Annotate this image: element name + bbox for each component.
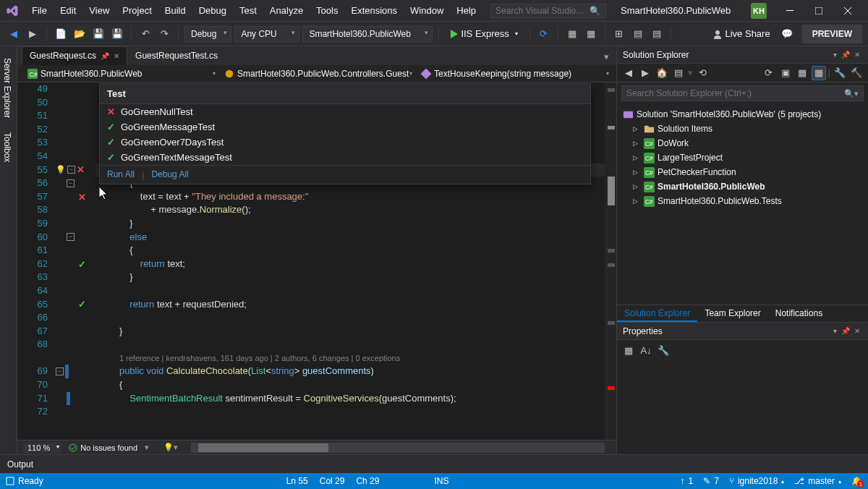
status-publish[interactable]: ↑ 1	[681, 476, 694, 486]
undo-icon[interactable]: ↶	[137, 26, 153, 42]
wrench-icon[interactable]: 🔧	[656, 343, 671, 357]
tab-overflow-icon[interactable]: ▾	[597, 48, 616, 65]
expand-icon[interactable]: ▷	[633, 154, 641, 161]
lightbulb-icon[interactable]: 💡▾	[163, 443, 178, 452]
status-changes[interactable]: ✎ 7	[703, 476, 719, 486]
forward-icon[interactable]: ▶	[638, 66, 652, 80]
fold-collapse-icon[interactable]: −	[56, 367, 64, 375]
scrollbar-thumb[interactable]	[198, 443, 328, 452]
wrench-icon[interactable]: 🔨	[849, 66, 864, 80]
home-icon[interactable]: 🏠	[655, 66, 669, 80]
platform-dropdown[interactable]: Any CPU	[234, 26, 299, 42]
properties-icon[interactable]: 🔧	[833, 66, 847, 80]
quick-search[interactable]: 🔍	[490, 4, 606, 18]
menu-debug[interactable]: Debug	[193, 2, 232, 19]
back-icon[interactable]: ◀	[621, 66, 636, 80]
pending-changes-icon[interactable]: ⟲	[695, 66, 710, 80]
tb-icon-3[interactable]: ⊞	[611, 26, 627, 42]
menu-project[interactable]: Project	[116, 2, 157, 19]
new-project-icon[interactable]: 📄	[53, 26, 69, 42]
status-repo[interactable]: ⑂ ignite2018 ▴	[729, 476, 784, 486]
tree-item-active[interactable]: ▷ C# SmartHotel360.PublicWeb	[617, 179, 868, 194]
tb-icon-5[interactable]: ▤	[649, 26, 665, 42]
close-icon[interactable]: ✕	[852, 51, 862, 59]
collapse-icon[interactable]: ▣	[778, 66, 793, 80]
status-ins[interactable]: INS	[434, 476, 448, 486]
feedback-icon[interactable]: 💬	[779, 26, 795, 42]
menu-tools[interactable]: Tools	[310, 2, 344, 19]
config-dropdown[interactable]: Debug	[184, 26, 231, 42]
categorized-icon[interactable]: ▦	[621, 343, 636, 357]
tree-item[interactable]: ▷ C# SmartHotel360.PublicWeb.Tests	[617, 194, 868, 208]
switch-views-icon[interactable]: ▤	[671, 66, 686, 80]
tb-icon-4[interactable]: ▤	[630, 26, 646, 42]
lightbulb-icon[interactable]: 💡	[56, 165, 66, 174]
fold-collapse-icon[interactable]: −	[67, 166, 75, 174]
nav-forward-icon[interactable]: ▶	[25, 26, 41, 42]
code-editor[interactable]: Test ✕ GoGreenNullTest ✓ GoGreenMessageT…	[17, 82, 616, 440]
preview-selected-icon[interactable]: ▦	[812, 66, 826, 80]
menu-build[interactable]: Build	[159, 2, 192, 19]
test-row-pass[interactable]: ✓ GoGreenMessageTest	[100, 119, 590, 135]
pin-icon[interactable]: 📌	[839, 327, 852, 335]
open-file-icon[interactable]: 📂	[72, 26, 88, 42]
status-col[interactable]: Col 29	[320, 476, 345, 486]
breadcrumb-class[interactable]: SmartHotel360.PublicWeb.Controllers.Gues…	[220, 67, 414, 80]
status-char[interactable]: Ch 29	[356, 476, 379, 486]
expand-icon[interactable]: ▷	[633, 140, 641, 147]
solution-search[interactable]: 🔍▾	[621, 85, 864, 101]
issues-indicator[interactable]: No issues found	[69, 443, 137, 452]
liveshare-button[interactable]: Live Share	[707, 26, 776, 41]
tab-team-explorer[interactable]: Team Explorer	[697, 305, 767, 322]
expand-icon[interactable]: ▷	[633, 125, 641, 132]
tree-item[interactable]: ▷ C# DoWork	[617, 136, 868, 150]
run-button[interactable]: IIS Express ▾	[445, 26, 523, 41]
fold-collapse-icon[interactable]: −	[67, 233, 75, 241]
menu-test[interactable]: Test	[234, 2, 263, 19]
fold-collapse-icon[interactable]: −	[67, 179, 75, 187]
run-all-link[interactable]: Run All	[107, 169, 135, 180]
test-row-pass[interactable]: ✓ GoGreenOver7DaysTest	[100, 135, 590, 150]
redo-icon[interactable]: ↷	[156, 26, 172, 42]
save-icon[interactable]: 💾	[90, 26, 106, 42]
tab-notifications[interactable]: Notifications	[768, 305, 830, 322]
browser-refresh-icon[interactable]: ⟳	[536, 26, 552, 42]
breadcrumb-project[interactable]: C# SmartHotel360.PublicWeb	[23, 67, 217, 80]
expand-icon[interactable]: ▷	[633, 169, 641, 176]
horizontal-scrollbar[interactable]	[191, 443, 605, 453]
status-branch[interactable]: ⎇ master ▴	[794, 476, 841, 486]
test-row-pass[interactable]: ✓ GoGreenTextMessageTest	[100, 150, 590, 165]
tab-solution-explorer[interactable]: Solution Explorer	[617, 305, 697, 322]
tb-icon-1[interactable]: ▦	[564, 26, 580, 42]
doc-tab-guestrequesttest[interactable]: GuestRequestTest.cs	[127, 46, 226, 65]
close-tab-icon[interactable]: ✕	[114, 52, 119, 60]
breadcrumb-method[interactable]: TextHouseKeeping(string message)	[417, 67, 610, 80]
tree-item[interactable]: ▷ Solution Items	[617, 122, 868, 136]
tb-icon-2[interactable]: ▦	[583, 26, 599, 42]
user-avatar[interactable]: KH	[751, 3, 767, 19]
menu-view[interactable]: View	[83, 2, 115, 19]
startup-dropdown[interactable]: SmartHotel360.PublicWeb	[302, 26, 433, 42]
status-notifications[interactable]: 🔔 1	[851, 476, 862, 486]
menu-edit[interactable]: Edit	[54, 2, 82, 19]
alphabetical-icon[interactable]: A↓	[639, 343, 653, 357]
codelens-info[interactable]: 1 reference | kendrahavens, 161 days ago…	[119, 354, 400, 362]
preview-button[interactable]: PREVIEW	[802, 25, 862, 43]
server-explorer-tab[interactable]: Server Explorer	[0, 51, 17, 125]
nav-back-icon[interactable]: ◀	[6, 26, 22, 42]
test-row-fail[interactable]: ✕ GoGreenNullTest	[100, 104, 590, 119]
sync-icon[interactable]: ⟳	[762, 66, 776, 80]
menu-window[interactable]: Window	[404, 2, 449, 19]
tree-item[interactable]: ▷ C# PetCheckerFunction	[617, 165, 868, 179]
status-line[interactable]: Ln 55	[286, 476, 308, 486]
debug-all-link[interactable]: Debug All	[151, 169, 188, 180]
menu-help[interactable]: Help	[451, 2, 482, 19]
close-icon[interactable]: ✕	[852, 327, 862, 335]
close-button[interactable]	[833, 0, 862, 22]
expand-icon[interactable]: ▷	[633, 183, 641, 190]
test-fail-icon[interactable]: ✕	[77, 164, 85, 175]
zoom-dropdown[interactable]: 110 %	[23, 443, 61, 453]
quick-search-input[interactable]	[495, 6, 590, 16]
solution-root[interactable]: Solution 'SmartHotel360.PublicWeb' (5 pr…	[617, 107, 868, 122]
save-all-icon[interactable]: 💾	[109, 26, 125, 42]
